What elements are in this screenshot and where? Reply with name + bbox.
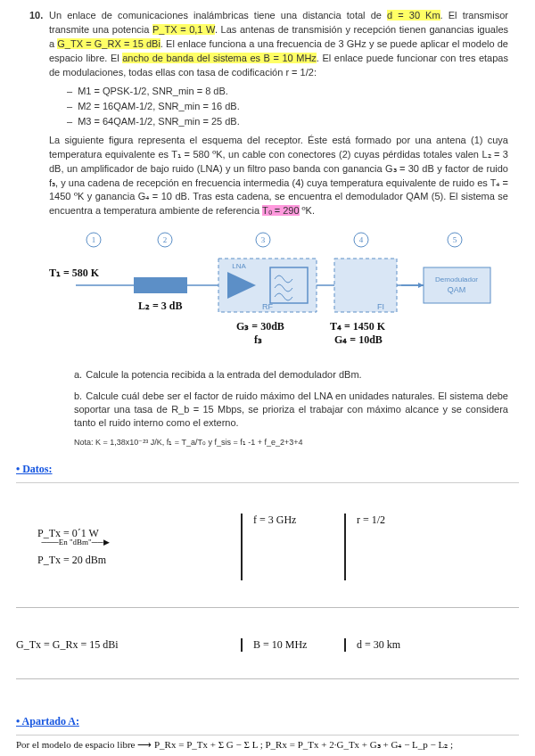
svg-text:5: 5 (453, 235, 457, 244)
svg-text:T₄ = 1450 K: T₄ = 1450 K (330, 320, 386, 333)
highlight-g: G_TX = G_RX = 15 dBi (57, 38, 160, 49)
datos-heading: • Datos: (16, 463, 53, 475)
note: Nota: K = 1,38x10⁻²³ J/K, f₁ = T_a/T₀ y … (74, 438, 508, 447)
svg-text:1: 1 (92, 235, 96, 244)
modulation-list: –M1 = QPSK-1/2, SNR_min = 8 dB. –M2 = 16… (67, 86, 508, 127)
svg-text:4: 4 (359, 235, 364, 244)
mod-item: M3 = 64QAM-1/2, SNR_min = 25 dB. (78, 116, 240, 127)
receiver-paragraph: La siguiente figura representa el esquem… (49, 134, 508, 219)
svg-text:f₃: f₃ (254, 333, 262, 346)
apA-line1: Por el modelo de espacio libre ⟶ P_Rx = … (16, 735, 519, 756)
question-number: 10. (29, 9, 43, 23)
highlight-ptx: P_TX = 0,1 W (152, 24, 215, 35)
highlight-bw: ancho de banda del sistema es B = 10 MHz (122, 53, 317, 63)
task-list: a.Calcule la potencia recibida a la entr… (74, 368, 508, 431)
handwritten-datos: • Datos: P_Tx = 0´1 W ───En "dBm"──▶ P_T… (0, 456, 535, 708)
task-a: Calcule la potencia recibida a la entrad… (86, 369, 361, 380)
svg-text:3: 3 (261, 235, 266, 244)
svg-text:G₄ = 10dB: G₄ = 10dB (334, 333, 383, 346)
svg-text:QAM: QAM (448, 285, 466, 294)
svg-text:T₁ = 580 K: T₁ = 580 K (49, 267, 100, 279)
svg-rect-13 (134, 277, 187, 293)
svg-marker-12 (418, 283, 424, 288)
highlight-t0: T₀ = 290 (262, 205, 300, 216)
svg-text:L₂ = 3 dB: L₂ = 3 dB (138, 300, 183, 312)
svg-rect-19 (334, 259, 397, 312)
problem-statement: 10. Un enlace de comunicaciones inalámbr… (49, 9, 508, 80)
mod-item: M1 = QPSK-1/2, SNR_min = 8 dB. (78, 86, 228, 96)
handwritten-apartado-a: • Apartado A: Por el modelo de espacio l… (0, 708, 535, 756)
task-b: Calcule cuál debe ser el factor de ruido… (74, 390, 508, 429)
mod-item: M2 = 16QAM-1/2, SNR_min = 16 dB. (78, 101, 240, 111)
svg-text:FI: FI (377, 302, 384, 311)
apartado-a-heading: • Apartado A: (16, 715, 79, 727)
svg-text:2: 2 (163, 235, 168, 244)
receiver-diagram: 1 2 3 4 5 RF LNA FI (49, 227, 508, 361)
highlight-d: d = 30 Km (387, 10, 440, 21)
svg-text:LNA: LNA (232, 262, 246, 270)
svg-text:Demodulador: Demodulador (435, 275, 478, 284)
svg-text:G₃ = 30dB: G₃ = 30dB (236, 320, 284, 333)
